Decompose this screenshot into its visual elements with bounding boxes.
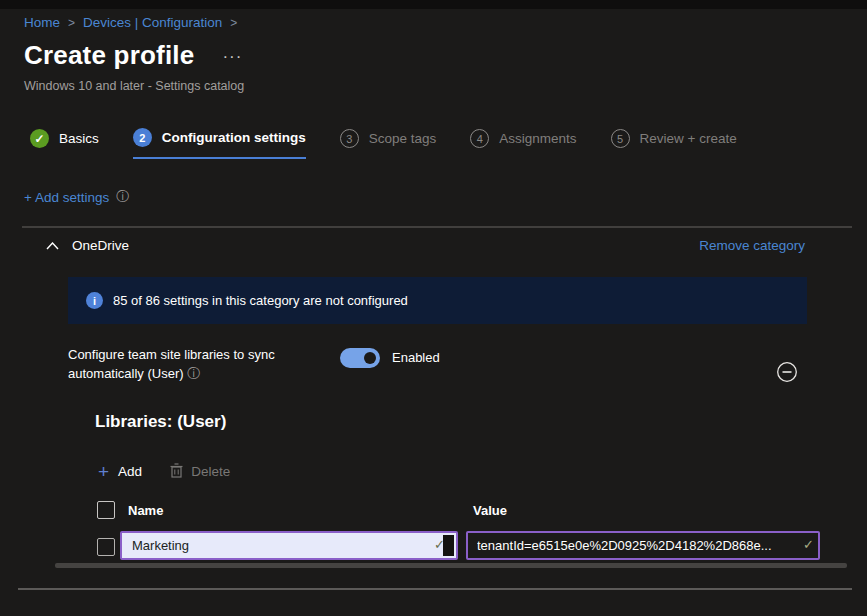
step-number-badge: 2 [133, 128, 152, 147]
more-menu-icon[interactable]: ··· [222, 48, 242, 71]
add-settings-button[interactable]: + Add settings ⓘ [24, 188, 129, 206]
step-number-badge: 5 [611, 129, 630, 148]
horizontal-scrollbar[interactable] [55, 563, 847, 568]
delete-row-button[interactable]: Delete [170, 463, 230, 481]
breadcrumb: Home > Devices | Configuration > [24, 15, 237, 30]
add-settings-label: + Add settings [24, 190, 109, 205]
banner-text: 85 of 86 settings in this category are n… [113, 293, 408, 308]
category-name: OneDrive [72, 238, 129, 253]
tab-label: Assignments [499, 131, 576, 146]
tab-configuration-settings[interactable]: 2 Configuration settings [133, 128, 306, 159]
page-title: Create profile [24, 40, 194, 71]
tab-label: Configuration settings [162, 130, 306, 145]
info-banner: i 85 of 86 settings in this category are… [68, 277, 807, 324]
section-divider [18, 588, 852, 590]
column-header-name: Name [128, 503, 163, 518]
toggle-knob [364, 352, 376, 364]
breadcrumb-home[interactable]: Home [24, 15, 60, 30]
setting-row: Configure team site libraries to sync au… [68, 345, 798, 383]
setting-label: Configure team site libraries to sync au… [68, 345, 340, 383]
chevron-up-icon[interactable] [46, 242, 59, 250]
remove-category-link[interactable]: Remove category [699, 238, 805, 253]
tab-label: Scope tags [369, 131, 437, 146]
chevron-right-icon: > [68, 16, 75, 30]
setting-label-text: Configure team site libraries to sync au… [68, 347, 275, 381]
table-row: ✓ ✓ [97, 531, 820, 560]
section-divider [22, 226, 852, 228]
info-icon[interactable]: ⓘ [187, 366, 200, 381]
add-row-label: Add [118, 464, 142, 479]
category-header: OneDrive Remove category [46, 238, 805, 253]
tab-scope-tags[interactable]: 3 Scope tags [340, 128, 437, 159]
trash-icon [170, 463, 183, 481]
column-header-value: Value [473, 503, 507, 518]
library-name-input[interactable] [120, 531, 458, 560]
tab-assignments[interactable]: 4 Assignments [470, 128, 576, 159]
step-number-badge: 4 [470, 129, 489, 148]
info-icon: i [86, 292, 103, 309]
check-icon: ✓ [30, 129, 49, 148]
info-icon[interactable]: ⓘ [116, 188, 129, 206]
tab-review-create[interactable]: 5 Review + create [611, 128, 737, 159]
row-checkbox[interactable] [97, 538, 115, 556]
select-all-checkbox[interactable] [97, 501, 115, 519]
breadcrumb-devices-configuration[interactable]: Devices | Configuration [83, 15, 222, 30]
minus-circle-icon[interactable] [776, 361, 798, 383]
plus-icon: + [98, 462, 109, 481]
libraries-heading: Libraries: (User) [95, 412, 226, 432]
step-number-badge: 3 [340, 129, 359, 148]
setting-toggle[interactable] [340, 348, 380, 368]
create-profile-page: Home > Devices | Configuration > Create … [0, 0, 867, 616]
page-subtitle: Windows 10 and later - Settings catalog [24, 79, 244, 93]
combo-dropdown-bar[interactable] [443, 535, 454, 556]
delete-row-label: Delete [191, 464, 230, 479]
wizard-steps: ✓ Basics 2 Configuration settings 3 Scop… [30, 128, 737, 159]
tab-label: Basics [59, 131, 99, 146]
window-top-edge [0, 0, 867, 9]
chevron-right-icon: > [230, 16, 237, 30]
tab-label: Review + create [640, 131, 737, 146]
toggle-state-label: Enabled [392, 350, 440, 365]
tab-basics[interactable]: ✓ Basics [30, 128, 99, 159]
libraries-table-header: Name Value [97, 500, 820, 522]
add-row-button[interactable]: + Add [98, 462, 142, 481]
libraries-toolbar: + Add Delete [98, 462, 230, 481]
library-value-input[interactable] [466, 531, 820, 560]
